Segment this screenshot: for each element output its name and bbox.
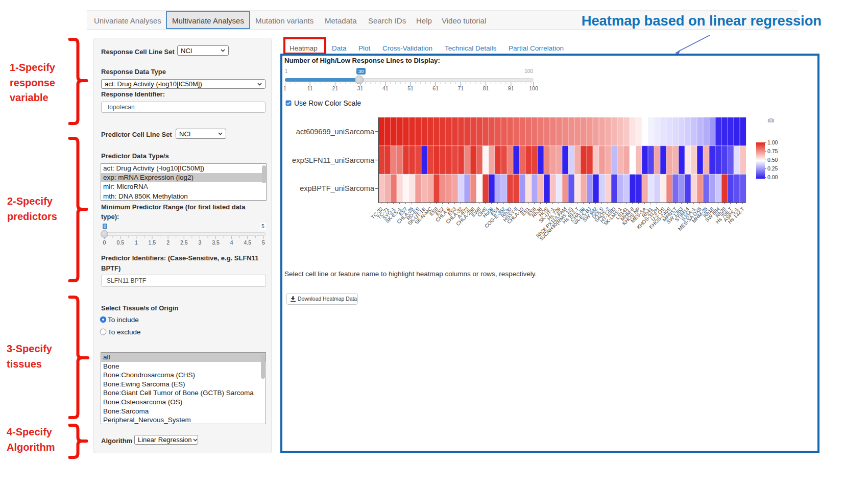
svg-text:act609699_uniSarcoma: act609699_uniSarcoma [296, 128, 375, 136]
svg-text:1.00: 1.00 [767, 139, 778, 145]
svg-text:0.00: 0.00 [767, 174, 778, 180]
svg-text:expSLFN11_uniSarcoma: expSLFN11_uniSarcoma [292, 156, 375, 164]
svg-text:0.75: 0.75 [767, 148, 778, 154]
svg-text:0.25: 0.25 [767, 165, 778, 172]
svg-text:0.50: 0.50 [767, 157, 778, 163]
svg-text:expBPTF_uniSarcoma: expBPTF_uniSarcoma [300, 184, 375, 192]
